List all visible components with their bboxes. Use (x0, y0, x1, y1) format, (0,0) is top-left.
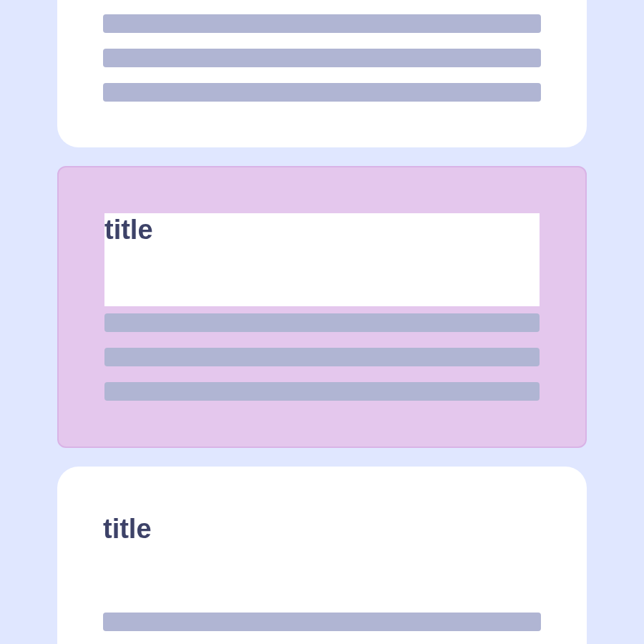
placeholder-lines (103, 14, 541, 102)
placeholder-line (103, 613, 541, 631)
card-title-area: title (103, 0, 541, 7)
placeholder-line (103, 83, 541, 102)
placeholder-line (103, 49, 541, 67)
card-highlighted[interactable]: title (57, 166, 587, 448)
placeholder-lines (103, 613, 541, 644)
placeholder-line (104, 382, 540, 401)
card-title-area: title (103, 512, 541, 605)
placeholder-line (104, 348, 540, 366)
placeholder-line (104, 313, 540, 332)
card: title (57, 0, 587, 147)
placeholder-line (103, 14, 541, 33)
card-title: title (103, 514, 541, 545)
card-title-area: title (104, 213, 540, 306)
card-title: title (104, 215, 540, 245)
placeholder-lines (104, 313, 540, 401)
card: title (57, 467, 587, 644)
